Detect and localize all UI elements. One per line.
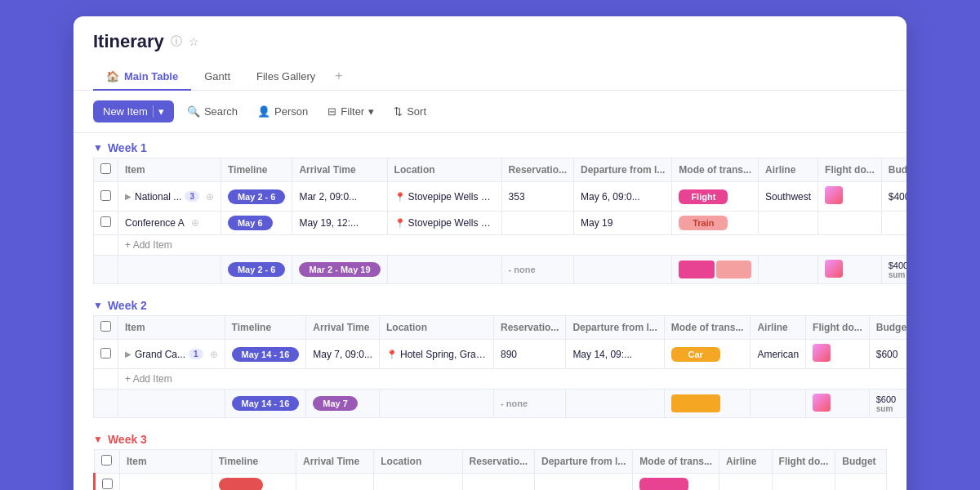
summary-departure (573, 256, 671, 284)
arrival-cell: Mar 2, 09:0... (292, 182, 387, 212)
th-departure: Departure from l... (534, 450, 632, 474)
table-header-row: Item Timeline Arrival Time Location Rese… (95, 450, 887, 474)
th-departure: Departure from l... (573, 158, 671, 182)
row-checkbox[interactable] (100, 190, 111, 201)
filter-button[interactable]: ⊟ Filter ▾ (321, 101, 381, 122)
th-mode: Mode of trans... (664, 316, 751, 340)
week-2-table: Item Timeline Arrival Time Location Rese… (93, 315, 906, 418)
summary-arrival-pill: Mar 2 - May 19 (299, 262, 380, 277)
budget-cell (835, 474, 887, 491)
row-checkbox-cell (94, 340, 118, 369)
week-1-chevron-icon: ▼ (93, 142, 103, 154)
sort-button[interactable]: ⇅ Sort (387, 101, 433, 122)
info-icon[interactable]: ⓘ (171, 34, 182, 49)
add-item-label[interactable]: + Add Item (118, 369, 907, 390)
week-2-header[interactable]: ▼ Week 2 (93, 291, 887, 315)
select-all-checkbox[interactable] (101, 455, 112, 466)
arrival-cell: May 19, 12:... (292, 212, 387, 235)
item-name: National ... (135, 191, 181, 203)
mode-pill (639, 478, 688, 490)
tab-files-gallery[interactable]: Files Gallery (243, 64, 328, 91)
tab-gantt[interactable]: Gantt (191, 64, 243, 91)
table-row (95, 474, 887, 491)
summary-timeline: May 14 - 16 (225, 390, 306, 418)
filter-dropdown-icon: ▾ (368, 105, 374, 118)
add-item-row[interactable]: + Add Item (94, 235, 907, 256)
item-cell: ▶ National ... 3 ⊕ (118, 182, 221, 212)
week-3-header[interactable]: ▼ Week 3 (93, 425, 887, 449)
timeline-cell (212, 474, 296, 491)
mode-cell: Car (664, 340, 751, 369)
title-row: Itinerary ⓘ ☆ (93, 31, 887, 52)
th-airline: Airline (719, 450, 773, 474)
add-item-row[interactable]: + Add Item (94, 369, 907, 390)
th-item: Item (120, 450, 212, 474)
mode-cell: Train (672, 212, 759, 235)
search-button[interactable]: 🔍 Search (180, 101, 244, 122)
summary-location (380, 390, 494, 418)
th-item: Item (118, 316, 225, 340)
th-reservation: Reservatio... (494, 316, 566, 340)
add-item-icon[interactable]: ⊕ (206, 191, 214, 203)
header: Itinerary ⓘ ☆ 🏠 Main Table Gantt Files G… (74, 16, 906, 91)
th-arrival: Arrival Time (296, 450, 374, 474)
flight-doc-cell (818, 182, 882, 212)
th-budget: Budget (835, 450, 887, 474)
expand-icon[interactable]: ▶ (125, 192, 131, 201)
row-checkbox[interactable] (102, 479, 113, 489)
th-mode: Mode of trans... (633, 450, 719, 474)
timeline-cell: May 6 (220, 212, 292, 235)
row-checkbox-cell (94, 212, 118, 235)
table-row: ▶ National ... 3 ⊕ May 2 - 6 Mar 2, 09:0… (94, 182, 907, 212)
tab-add-button[interactable]: + (328, 62, 349, 90)
location-cell (374, 474, 462, 491)
row-checkbox[interactable] (100, 216, 111, 227)
item-cell: ▶ Grand Ca... 1 ⊕ (118, 340, 225, 369)
arrival-cell: May 7, 09:0... (306, 340, 380, 369)
select-all-checkbox[interactable] (100, 321, 111, 332)
add-item-checkbox (94, 235, 118, 256)
pin-icon: 📍 (394, 192, 406, 202)
th-flight: Flight do... (772, 450, 835, 474)
tab-main-table[interactable]: 🏠 Main Table (93, 64, 191, 91)
item-cell (120, 474, 212, 491)
expand-icon[interactable]: ▶ (125, 350, 131, 359)
week-1-section: ▼ Week 1 Item Timeline Arrival Time Loca… (93, 133, 887, 284)
select-all-checkbox[interactable] (100, 163, 111, 174)
th-airline: Airline (751, 316, 806, 340)
week-3-chevron-icon: ▼ (93, 434, 103, 445)
location-cell: 📍Stovepipe Wells Vill... (387, 212, 501, 235)
main-content: ▼ Week 1 Item Timeline Arrival Time Loca… (74, 133, 906, 490)
airline-cell (719, 474, 773, 491)
summary-timeline: May 2 - 6 (220, 256, 292, 284)
location-cell: 📍Stovepipe Wells Vill... (387, 182, 501, 212)
arrival-cell (296, 474, 374, 491)
timeline-pill: May 14 - 16 (232, 347, 300, 362)
th-flight: Flight do... (818, 158, 882, 182)
th-timeline: Timeline (212, 450, 296, 474)
flight-doc-cell (806, 340, 870, 369)
th-timeline: Timeline (225, 316, 306, 340)
add-item-icon[interactable]: ⊕ (210, 349, 218, 360)
week-1-header[interactable]: ▼ Week 1 (93, 133, 887, 158)
add-item-icon[interactable]: ⊕ (191, 217, 199, 229)
summary-timeline-pill: May 14 - 16 (232, 396, 300, 411)
star-icon[interactable]: ☆ (189, 35, 199, 48)
person-button[interactable]: 👤 Person (251, 101, 314, 122)
mode-cell (633, 474, 719, 491)
summary-timeline-pill: May 2 - 6 (228, 262, 285, 277)
timeline-pill: May 6 (228, 216, 273, 230)
home-icon: 🏠 (106, 70, 119, 82)
new-item-button[interactable]: New Item ▾ (93, 100, 174, 122)
summary-row: May 2 - 6 Mar 2 - May 19 - none (94, 256, 907, 284)
departure-cell: May 6, 09:0... (573, 182, 671, 212)
tabs: 🏠 Main Table Gantt Files Gallery + (93, 62, 887, 90)
week-1-table: Item Timeline Arrival Time Location Rese… (93, 158, 906, 284)
row-checkbox[interactable] (100, 348, 111, 359)
add-item-label[interactable]: + Add Item (118, 235, 907, 256)
dropdown-arrow-icon[interactable]: ▾ (153, 105, 164, 118)
page-title: Itinerary (93, 31, 164, 52)
pin-icon: 📍 (386, 350, 398, 359)
th-airline: Airline (759, 158, 818, 182)
th-budget: Budget (869, 316, 906, 340)
